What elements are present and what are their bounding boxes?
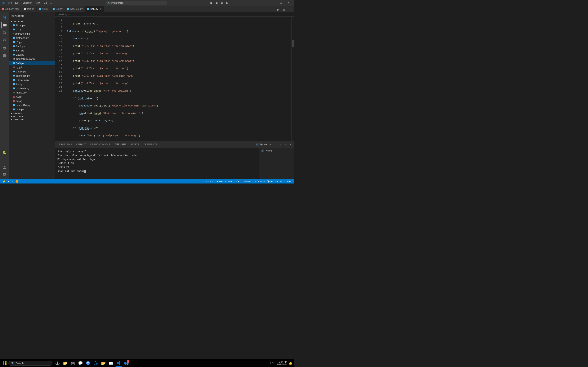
file-item-file[interactable]: file.py — [9, 82, 55, 86]
file-item-b5[interactable]: b5.py — [9, 40, 55, 44]
tab-terminal[interactable]: TERMINAL — [113, 142, 129, 147]
file-item-1icpc[interactable]: 1icpc.py — [9, 23, 55, 27]
tab-close-icon[interactable]: × — [100, 8, 102, 10]
svg-point-4 — [3, 39, 4, 40]
file-item-bai6[interactable]: Bai 6.py — [9, 44, 55, 48]
file-name: nv.gif — [16, 95, 21, 98]
restore-button[interactable]: ❐ — [277, 0, 285, 6]
split-editor-button[interactable]: ⊟ — [282, 7, 287, 12]
command-search-bar[interactable]: 🔍 PythonPTIT — [106, 1, 167, 5]
file-item-ai[interactable]: AI.py — [9, 27, 55, 32]
svg-point-3 — [5, 39, 6, 40]
tab-problems[interactable]: PROBLEMS — [57, 142, 74, 147]
layout-toggle-1[interactable]: ▣ — [209, 1, 213, 5]
sidebar-root[interactable]: ▼ PYTHONPTIT — [9, 20, 55, 23]
close-button[interactable]: ✕ — [285, 0, 293, 6]
status-python-version[interactable]: 3.11.2 64-bit — [252, 179, 266, 184]
activity-account[interactable] — [1, 164, 8, 171]
file-name: 1icpc.py — [16, 24, 25, 27]
code-content[interactable]: print( 2.chu_vi ) Option = int(input("Nh… — [65, 17, 291, 141]
outline-section[interactable]: ▶ OUTLINE — [9, 115, 55, 118]
tab-doicoso-py[interactable]: DoiCoSo.py — [65, 6, 85, 12]
status-encoding[interactable]: UTF-8 — [227, 179, 235, 184]
status-spell[interactable]: ⚠ 100 Spell — [279, 179, 293, 184]
file-item-classs[interactable]: classs.py — [9, 69, 55, 74]
tab-ports[interactable]: PORTS — [129, 142, 141, 147]
nav-back-button[interactable]: ← — [56, 1, 61, 5]
activity-explorer[interactable] — [1, 22, 8, 28]
file-item-nv-jpg[interactable]: 🖼 nv.jpg — [9, 99, 55, 103]
activity-search[interactable] — [1, 29, 8, 36]
menu-more[interactable]: ... — [49, 1, 54, 5]
tab-comments[interactable]: COMMENTS — [141, 142, 159, 147]
file-item-bai3[interactable]: 📓 Bai3MCLN.ipynb — [9, 57, 55, 61]
spaces-text: Spaces: 4 — [216, 180, 226, 183]
more-actions-button[interactable]: ··· — [288, 7, 293, 12]
layout-toggle-4[interactable]: ⊞ — [225, 1, 230, 5]
status-go-live[interactable]: 📡 Go Live — [266, 179, 279, 184]
status-position[interactable]: Ln 71, Col 36 — [200, 179, 215, 184]
warn-count: 0 — [10, 180, 11, 183]
file-name: AI.py — [16, 28, 21, 31]
layout-toggle-2[interactable]: ▣ — [214, 1, 219, 5]
editor-scrollbar[interactable] — [291, 17, 294, 141]
file-item-bai2[interactable]: Bai2.py — [9, 53, 55, 57]
menu-edit[interactable]: Edit — [14, 1, 21, 5]
tab-debug-console[interactable]: DEBUG CONSOLE — [88, 142, 113, 147]
timeline-section[interactable]: ▶ TIMELINE — [9, 118, 55, 121]
terminal-output[interactable]: Nhập ngày sử dụng:7 Chào bạn. Chào mừng … — [55, 148, 259, 179]
file-item-doicoso[interactable]: DoiCoSo.py — [9, 78, 55, 82]
breadcrumb-symbol[interactable]: ... — [70, 13, 72, 16]
activity-logo — [1, 14, 8, 21]
file-item-music-csv[interactable]: ⊞ music.csv — [9, 90, 55, 95]
file-item-bg[interactable]: 🖼 bg.gif — [9, 65, 55, 69]
terminal-close-button[interactable]: ✕ — [288, 142, 293, 147]
tab-output[interactable]: OUTPUT — [74, 142, 88, 147]
status-spaces[interactable]: Spaces: 4 — [215, 179, 227, 184]
file-item-bai9[interactable]: Bai9.py — [9, 61, 55, 65]
file-item-goldbach[interactable]: goldbach.py — [9, 86, 55, 90]
terminal-more-button[interactable]: ··· — [278, 142, 283, 147]
menu-view[interactable]: View — [34, 1, 42, 5]
file-item-bai1[interactable]: Bai1.py — [9, 48, 55, 53]
activity-extensions[interactable] — [1, 52, 8, 59]
activity-debug[interactable] — [1, 44, 8, 51]
status-line-ending[interactable]: LF — [235, 179, 240, 184]
terminal-maximize-button[interactable]: ∧ — [283, 142, 287, 147]
file-item-ontap[interactable]: ontapHP4.py — [9, 103, 55, 107]
headphone-icon: 🎧 — [241, 180, 244, 183]
file-item-danhsach[interactable]: danhsach.py — [9, 74, 55, 78]
terminal-split-button[interactable]: ∨ — [273, 142, 277, 147]
activity-python[interactable]: 🐍 — [1, 149, 8, 156]
search-text: PythonPTIT — [111, 1, 123, 4]
menu-go[interactable]: Go — [42, 1, 48, 5]
tab-bai9-py[interactable]: Bai9.py × — [85, 6, 104, 12]
file-item-path[interactable]: path.py — [9, 107, 55, 111]
tab-test-py[interactable]: test.py — [50, 6, 65, 12]
status-remote[interactable]: ⚡ 0 ⊗ 0 ⚠ 🔀 0 — [1, 179, 21, 184]
status-language-python[interactable]: 🎧 Python — [240, 179, 252, 184]
scrollbar-thumb[interactable] — [292, 40, 294, 47]
new-file-button[interactable]: ··· — [48, 14, 53, 18]
run-button[interactable]: ▷ — [276, 7, 281, 12]
python-file-icon — [53, 8, 55, 10]
nav-forward-button[interactable]: → — [61, 1, 66, 5]
file-item-amthanh-py[interactable]: amthanh.py — [9, 36, 55, 40]
tab-file-py[interactable]: file.py — [36, 6, 50, 12]
breadcrumb-file[interactable]: Bai9.py — [59, 13, 67, 16]
code-editor[interactable]: 6 7 8 9 10 11 12 13 14 15 16 17 18 19 20… — [55, 17, 294, 141]
minimize-button[interactable]: ─ — [269, 0, 277, 6]
menu-selection[interactable]: Selection — [21, 1, 34, 5]
tab-amthanh-mp3[interactable]: amthanh.mp3 — [0, 6, 22, 12]
file-item-nv-gif[interactable]: 🖼 nv.gif — [9, 95, 55, 99]
add-terminal-button[interactable]: + — [268, 142, 273, 147]
search-section[interactable]: ▶ SEARCH — [9, 112, 55, 115]
menu-file[interactable]: File — [7, 1, 13, 5]
file-item-amthanh-mp3[interactable]: ♪ amthanh.mp3 — [9, 32, 55, 36]
layout-toggle-3[interactable]: ▣ — [220, 1, 224, 5]
tab-text-txt[interactable]: text.txt — [22, 6, 36, 12]
activity-settings[interactable] — [1, 171, 8, 178]
activity-source-control[interactable] — [1, 37, 8, 44]
activity-more[interactable]: ··· — [1, 156, 8, 163]
svg-text:🐍: 🐍 — [2, 150, 7, 154]
